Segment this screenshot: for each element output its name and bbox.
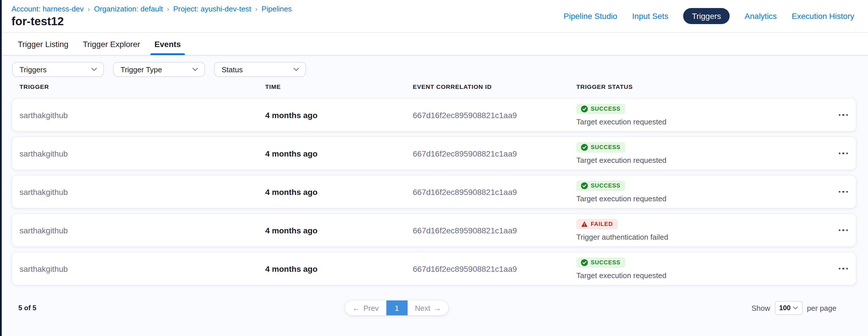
event-correlation-id: 667d16f2ec895908821c1aa9 [413, 264, 577, 273]
sidebar-edge [0, 0, 2, 336]
column-header-trigger-status: TRIGGER STATUS [577, 83, 831, 90]
events-content: Triggers Trigger Type Status TRIGGER TIM… [0, 56, 868, 336]
page-title: for-test12 [11, 15, 64, 28]
chevron-down-icon [293, 68, 299, 71]
table-row: sarthakgithub 4 months ago 667d16f2ec895… [12, 175, 856, 208]
page-size-control: Show 100 per page [751, 301, 836, 315]
per-page-label: per page [807, 304, 836, 312]
show-label: Show [751, 304, 770, 312]
warning-triangle-icon [581, 221, 588, 228]
column-header-event-correlation-id: EVENT CORRELATION ID [413, 83, 577, 90]
chevron-down-icon [793, 306, 798, 310]
breadcrumb-project-link[interactable]: Project: ayushi-dev-test [173, 5, 251, 13]
trigger-status-cell: SUCCESS Target execution requested [577, 99, 831, 131]
tab-events[interactable]: Events [153, 33, 182, 55]
trigger-status-label: FAILED [591, 221, 613, 227]
trigger-status-badge: SUCCESS [577, 258, 625, 268]
table-header-row: TRIGGER TIME EVENT CORRELATION ID TRIGGE… [12, 82, 856, 91]
prev-label: Prev [363, 304, 379, 312]
breadcrumb-pipelines-link[interactable]: Pipelines [261, 5, 292, 13]
table-row: sarthakgithub 4 months ago 667d16f2ec895… [12, 137, 856, 170]
pipeline-top-nav: Pipeline Studio Input Sets Triggers Anal… [564, 0, 855, 32]
breadcrumb-account-link[interactable]: Account: harness-dev [11, 5, 84, 13]
trigger-status-cell: SUCCESS Target execution requested [577, 175, 831, 208]
nav-pipeline-studio[interactable]: Pipeline Studio [564, 11, 617, 21]
event-time: 4 months ago [265, 110, 413, 120]
trigger-status-message: Target execution requested [577, 117, 666, 126]
trigger-status-message: Trigger authentication failed [577, 233, 668, 241]
row-menu-button[interactable] [836, 111, 850, 120]
trigger-status-message: Target execution requested [577, 194, 666, 203]
chevron-down-icon [192, 68, 198, 71]
trigger-status-label: SUCCESS [591, 260, 621, 266]
trigger-status-message: Target execution requested [577, 156, 666, 165]
row-menu-button[interactable] [836, 264, 850, 273]
row-menu-button[interactable] [836, 188, 850, 196]
event-time: 4 months ago [265, 226, 413, 235]
status-filter-dropdown[interactable]: Status [214, 62, 306, 77]
row-menu-button[interactable] [836, 226, 850, 235]
page-header: Account: harness-dev › Organization: def… [0, 0, 868, 33]
trigger-status-label: SUCCESS [591, 144, 621, 150]
nav-analytics[interactable]: Analytics [745, 11, 777, 21]
table-row: sarthakgithub 4 months ago 667d16f2ec895… [12, 99, 856, 131]
event-correlation-id: 667d16f2ec895908821c1aa9 [413, 226, 577, 235]
nav-triggers-active[interactable]: Triggers [683, 8, 730, 24]
trigger-status-label: SUCCESS [591, 106, 621, 112]
tab-trigger-explorer[interactable]: Trigger Explorer [82, 33, 141, 55]
event-time: 4 months ago [265, 264, 413, 273]
breadcrumb: Account: harness-dev › Organization: def… [11, 5, 292, 13]
trigger-status-cell: SUCCESS Target execution requested [577, 252, 831, 285]
arrow-right-icon: → [434, 304, 441, 312]
page-size-value: 100 [779, 304, 790, 312]
column-header-trigger: TRIGGER [20, 83, 265, 90]
trigger-status-label: SUCCESS [591, 183, 621, 189]
table-row: sarthakgithub 4 months ago 667d16f2ec895… [12, 252, 856, 285]
check-circle-icon [581, 182, 588, 189]
event-time: 4 months ago [265, 149, 413, 158]
triggers-filter-dropdown[interactable]: Triggers [12, 62, 104, 77]
event-correlation-id: 667d16f2ec895908821c1aa9 [413, 149, 577, 158]
trigger-tabs: Trigger Listing Trigger Explorer Events [0, 33, 868, 56]
pager: ← Prev 1 Next → [345, 300, 448, 315]
page-1-button[interactable]: 1 [386, 300, 407, 315]
breadcrumb-separator-icon: › [255, 5, 257, 12]
trigger-status-badge: SUCCESS [577, 104, 625, 114]
breadcrumb-separator-icon: › [88, 5, 90, 12]
event-correlation-id: 667d16f2ec895908821c1aa9 [413, 187, 577, 196]
nav-input-sets[interactable]: Input Sets [632, 11, 668, 21]
event-correlation-id: 667d16f2ec895908821c1aa9 [413, 110, 577, 120]
row-menu-button[interactable] [836, 149, 850, 158]
trigger-name: sarthakgithub [20, 110, 265, 120]
arrow-left-icon: ← [352, 304, 360, 312]
trigger-type-filter-dropdown[interactable]: Trigger Type [113, 62, 205, 77]
next-label: Next [415, 304, 430, 312]
chevron-down-icon [91, 68, 97, 71]
triggers-events-page: Account: harness-dev › Organization: def… [0, 0, 868, 336]
trigger-status-badge: FAILED [577, 219, 617, 229]
prev-page-button[interactable]: ← Prev [345, 300, 386, 315]
trigger-name: sarthakgithub [20, 187, 265, 196]
trigger-name: sarthakgithub [20, 226, 265, 235]
pagination-bar: 5 of 5 ← Prev 1 Next → Show 100 per page [0, 300, 868, 315]
trigger-name: sarthakgithub [20, 149, 265, 158]
trigger-name: sarthakgithub [20, 264, 265, 273]
nav-execution-history[interactable]: Execution History [792, 11, 854, 21]
breadcrumb-separator-icon: › [167, 5, 169, 12]
check-circle-icon [581, 144, 588, 151]
table-row: sarthakgithub 4 months ago 667d16f2ec895… [12, 214, 856, 246]
trigger-status-cell: FAILED Trigger authentication failed [577, 214, 831, 246]
events-list: sarthakgithub 4 months ago 667d16f2ec895… [12, 99, 856, 285]
breadcrumb-organization-link[interactable]: Organization: default [94, 5, 163, 13]
check-circle-icon [581, 105, 588, 112]
trigger-type-filter-label: Trigger Type [121, 65, 162, 74]
trigger-status-cell: SUCCESS Target execution requested [577, 137, 831, 170]
next-page-button[interactable]: Next → [407, 300, 448, 315]
tab-trigger-listing[interactable]: Trigger Listing [17, 33, 69, 55]
results-count: 5 of 5 [19, 304, 36, 312]
page-size-select[interactable]: 100 [775, 301, 802, 315]
triggers-filter-label: Triggers [20, 65, 46, 74]
trigger-status-badge: SUCCESS [577, 180, 625, 191]
trigger-status-message: Target execution requested [577, 271, 666, 280]
trigger-status-badge: SUCCESS [577, 142, 625, 153]
